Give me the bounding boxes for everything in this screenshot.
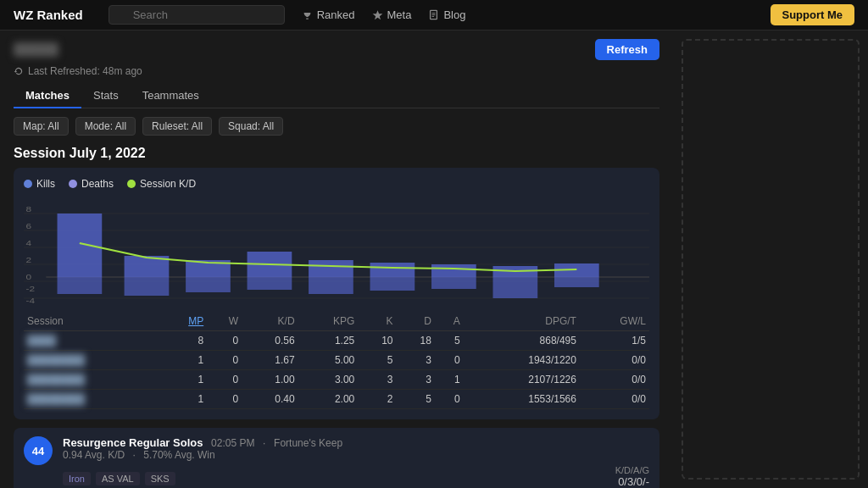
svg-text:6: 6 — [26, 221, 32, 230]
col-kd: K/D — [242, 312, 298, 331]
row-name: ████████ — [24, 351, 160, 370]
col-kpg: KPG — [298, 312, 359, 331]
row-mp: 8 — [160, 331, 207, 351]
svg-text:8: 8 — [26, 204, 32, 213]
col-dpgt: DPG/T — [464, 312, 580, 331]
kd-dot — [127, 180, 136, 188]
match-card-0[interactable]: 44 Resurgence Regular Solos 02:05 PM · F… — [14, 428, 659, 488]
svg-rect-37 — [493, 277, 538, 298]
col-session: Session — [24, 312, 160, 331]
svg-rect-26 — [370, 263, 415, 277]
match-info-0: Resurgence Regular Solos 02:05 PM · Fort… — [63, 436, 649, 488]
col-mp: MP — [160, 312, 207, 331]
kills-dot — [24, 180, 32, 188]
search-wrap[interactable] — [108, 5, 285, 25]
support-button[interactable]: Support Me — [771, 4, 855, 25]
svg-rect-32 — [186, 277, 231, 292]
table-row: ████████ 1 0 1.67 5.00 5 3 0 1943/1220 0… — [24, 351, 649, 370]
col-gwl: GW/L — [580, 312, 649, 331]
svg-rect-38 — [554, 277, 599, 287]
svg-rect-27 — [431, 264, 476, 277]
main-layout: Player Refresh Last Refreshed: 48m ago M… — [0, 30, 868, 488]
tabs-bar: Matches Stats Teammates — [14, 84, 659, 108]
legend-deaths-label: Deaths — [81, 178, 114, 190]
tab-stats[interactable]: Stats — [81, 84, 131, 108]
search-input[interactable] — [108, 5, 285, 25]
legend-kd: Session K/D — [127, 178, 196, 190]
svg-text:-4: -4 — [26, 296, 36, 304]
match-title-0: Resurgence Regular Solos — [63, 436, 203, 449]
chart-container: Kills Deaths Session K/D — [14, 168, 659, 419]
file-icon — [428, 9, 439, 20]
svg-text:0: 0 — [26, 272, 32, 280]
username: Player — [14, 42, 58, 57]
user-header: Player Refresh — [14, 39, 659, 60]
filter-squad[interactable]: Squad: All — [219, 117, 283, 136]
table-row: ████████ 1 0 1.00 3.00 3 3 1 2107/1226 0… — [24, 370, 649, 390]
session-title: Session July 1, 2022 — [14, 146, 659, 161]
filter-map[interactable]: Map: All — [14, 117, 69, 136]
match-location-0: · — [263, 437, 265, 449]
svg-text:-2: -2 — [26, 284, 36, 292]
svg-rect-36 — [431, 277, 476, 289]
row-name: ████████ — [24, 370, 160, 390]
match-tags-0: Iron AS VAL SKS — [63, 472, 175, 485]
tab-teammates[interactable]: Teammates — [131, 84, 211, 108]
stats-table: Session MP W K/D KPG K D A DPG/T GW/L ██ — [24, 312, 649, 409]
svg-text:2: 2 — [26, 255, 32, 263]
top-nav: WZ Ranked Ranked Meta Blog Support Me — [0, 0, 868, 30]
trophy-icon — [302, 9, 313, 20]
nav-ranked[interactable]: Ranked — [302, 8, 355, 21]
svg-rect-34 — [309, 277, 353, 294]
star-icon — [372, 9, 383, 20]
svg-rect-33 — [248, 277, 292, 290]
col-a: A — [435, 312, 464, 331]
nav-blog[interactable]: Blog — [428, 8, 465, 21]
match-location-name-0: Fortune's Keep — [274, 437, 342, 449]
chart-svg: 8 6 4 2 0 -2 -4 — [24, 197, 649, 307]
brand-logo: WZ Ranked — [14, 8, 83, 22]
refresh-button[interactable]: Refresh — [595, 39, 659, 60]
legend-kills-label: Kills — [36, 178, 55, 190]
match-kda-row-0: Iron AS VAL SKS K/D/A/G 0/3/0/- — [63, 465, 649, 488]
tag-asval: AS VAL — [96, 472, 140, 485]
svg-rect-30 — [58, 277, 103, 294]
tag-sks: SKS — [145, 472, 175, 485]
table-row: ████ 8 0 0.56 1.25 10 18 5 868/495 1/5 — [24, 331, 649, 351]
filters-row: Map: All Mode: All Ruleset: All Squad: A… — [14, 117, 659, 136]
svg-rect-25 — [309, 260, 353, 277]
legend-kd-label: Session K/D — [140, 178, 196, 190]
row-name: ████ — [24, 331, 160, 351]
filter-ruleset[interactable]: Ruleset: All — [142, 117, 212, 136]
refresh-icon — [14, 66, 24, 76]
bar-chart: 8 6 4 2 0 -2 -4 — [24, 197, 649, 307]
svg-rect-35 — [370, 277, 415, 291]
col-d: D — [397, 312, 435, 331]
svg-rect-31 — [125, 277, 170, 296]
svg-text:4: 4 — [26, 238, 32, 247]
match-number-0: 44 — [24, 436, 53, 465]
last-refreshed-text: Last Refreshed: 48m ago — [28, 65, 142, 77]
deaths-dot — [69, 180, 77, 188]
table-row: ████████ 1 0 0.40 2.00 2 5 0 1553/1566 0… — [24, 390, 649, 409]
match-kda-right-0: K/D/A/G 0/3/0/- — [615, 465, 649, 488]
col-w: W — [207, 312, 242, 331]
legend-deaths: Deaths — [69, 178, 114, 190]
match-time-0: 02:05 PM — [211, 437, 254, 449]
ad-sidebar — [682, 39, 860, 480]
left-content: Player Refresh Last Refreshed: 48m ago M… — [0, 30, 673, 488]
row-name: ████████ — [24, 390, 160, 409]
nav-meta[interactable]: Meta — [372, 8, 412, 21]
svg-rect-21 — [58, 214, 103, 277]
tab-matches[interactable]: Matches — [14, 84, 81, 108]
chart-legend: Kills Deaths Session K/D — [24, 178, 649, 190]
col-k: K — [358, 312, 396, 331]
legend-kills: Kills — [24, 178, 55, 190]
match-subtitle-0: 0.94 Avg. K/D · 5.70% Avg. Win — [63, 449, 649, 461]
filter-mode[interactable]: Mode: All — [75, 117, 136, 136]
tag-iron: Iron — [63, 472, 91, 485]
last-refreshed-row: Last Refreshed: 48m ago — [14, 65, 659, 77]
match-title-row: Resurgence Regular Solos 02:05 PM · Fort… — [63, 436, 649, 449]
svg-marker-2 — [372, 10, 382, 19]
